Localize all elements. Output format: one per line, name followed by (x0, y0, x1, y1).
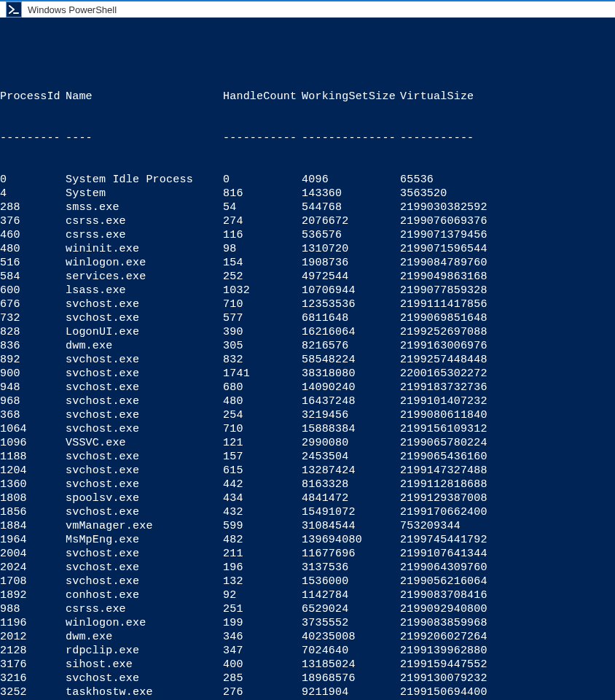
cell-virtualsize: 2199139962880 (400, 644, 512, 658)
cell-pid: 1188 (0, 450, 66, 464)
cell-virtualsize: 2199159447552 (400, 658, 512, 672)
cell-virtualsize: 2199101407232 (400, 394, 512, 408)
cell-pid: 1856 (0, 505, 66, 519)
table-row: 836dwm.exe30582165762199163006976 (0, 339, 615, 353)
cell-workingsetsize: 58548224 (302, 353, 400, 367)
cell-virtualsize: 2199129387008 (400, 491, 512, 505)
cell-pid: 584 (0, 270, 66, 284)
cell-workingsetsize: 536576 (302, 228, 400, 242)
cell-workingsetsize: 13287424 (302, 464, 400, 478)
cell-name: conhost.exe (66, 588, 223, 602)
cell-virtualsize: 2199150694400 (400, 685, 512, 699)
cell-workingsetsize: 40235008 (302, 630, 400, 644)
cell-pid: 1096 (0, 436, 66, 450)
cell-handlecount: 0 (223, 173, 302, 187)
cell-virtualsize: 2199065780224 (400, 436, 512, 450)
cell-name: svchost.exe (66, 575, 223, 588)
cell-pid: 2128 (0, 644, 66, 658)
cell-pid: 480 (0, 242, 66, 256)
cell-virtualsize: 2199745441792 (400, 533, 512, 547)
cell-pid: 892 (0, 353, 66, 367)
cell-name: lsass.exe (66, 284, 223, 298)
table-row: 1708svchost.exe13215360002199056216064 (0, 575, 615, 588)
cell-name: LogonUI.exe (66, 325, 223, 339)
table-row: 1196winlogon.exe19937355522199083859968 (0, 616, 615, 630)
cell-workingsetsize: 8163328 (302, 478, 400, 491)
table-row: 676svchost.exe710123535362199111417856 (0, 298, 615, 311)
table-row: 1204svchost.exe615132874242199147327488 (0, 464, 615, 478)
cell-handlecount: 252 (223, 270, 302, 284)
powershell-window: Windows PowerShell ProcessId Name Handle… (0, 0, 615, 700)
cell-virtualsize: 2199065436160 (400, 450, 512, 464)
cell-handlecount: 132 (223, 575, 302, 588)
header-row: ProcessId Name HandleCount WorkingSetSiz… (0, 90, 615, 104)
cell-workingsetsize: 14090240 (302, 381, 400, 394)
table-row: 828LogonUI.exe390162160642199252697088 (0, 325, 615, 339)
cell-workingsetsize: 4972544 (302, 270, 400, 284)
cell-handlecount: 251 (223, 602, 302, 616)
table-row: 3176sihost.exe400131850242199159447552 (0, 658, 615, 672)
cell-handlecount: 400 (223, 658, 302, 672)
cell-pid: 676 (0, 298, 66, 311)
cell-pid: 3216 (0, 672, 66, 685)
col-header-virtualsize: VirtualSize (400, 90, 512, 104)
cell-virtualsize: 2199056216064 (400, 575, 512, 588)
cell-pid: 4 (0, 187, 66, 201)
cell-name: svchost.exe (66, 561, 223, 575)
cell-handlecount: 432 (223, 505, 302, 519)
cell-virtualsize: 2199076069376 (400, 214, 512, 228)
cell-name: dwm.exe (66, 630, 223, 644)
cell-handlecount: 710 (223, 298, 302, 311)
cell-name: wininit.exe (66, 242, 223, 256)
table-row: 1892conhost.exe9211427842199083708416 (0, 588, 615, 602)
cell-name: svchost.exe (66, 408, 223, 422)
cell-pid: 3252 (0, 685, 66, 699)
cell-workingsetsize: 2990080 (302, 436, 400, 450)
table-row: 288smss.exe545447682199030382592 (0, 201, 615, 214)
cell-pid: 1808 (0, 491, 66, 505)
table-row: 3216svchost.exe285189685762199130079232 (0, 672, 615, 685)
cell-handlecount: 196 (223, 561, 302, 575)
col-header-workingsetsize: WorkingSetSize (302, 90, 400, 104)
cell-handlecount: 276 (223, 685, 302, 699)
cell-name: svchost.exe (66, 547, 223, 561)
cell-virtualsize: 2199147327488 (400, 464, 512, 478)
cell-workingsetsize: 143360 (302, 187, 400, 201)
cell-virtualsize: 2199111417856 (400, 298, 512, 311)
col-header-name: Name (66, 90, 223, 104)
cell-virtualsize: 2199064309760 (400, 561, 512, 575)
cell-name: rdpclip.exe (66, 644, 223, 658)
table-row: 1964MsMpEng.exe4821396940802199745441792 (0, 533, 615, 547)
cell-name: svchost.exe (66, 311, 223, 325)
table-row: 1360svchost.exe44281633282199112818688 (0, 478, 615, 491)
cell-pid: 288 (0, 201, 66, 214)
cell-pid: 1064 (0, 422, 66, 436)
cell-workingsetsize: 2076672 (302, 214, 400, 228)
table-row: 0System Idle Process0409665536 (0, 173, 615, 187)
cell-pid: 732 (0, 311, 66, 325)
cell-pid: 1892 (0, 588, 66, 602)
terminal-output[interactable]: ProcessId Name HandleCount WorkingSetSiz… (0, 18, 615, 700)
table-row: 1856svchost.exe432154910722199170662400 (0, 505, 615, 519)
table-row: 584services.exe25249725442199049863168 (0, 270, 615, 284)
cell-virtualsize: 2199107641344 (400, 547, 512, 561)
cell-pid: 836 (0, 339, 66, 353)
title-bar[interactable]: Windows PowerShell (0, 0, 615, 18)
table-row: 2128rdpclip.exe34770246402199139962880 (0, 644, 615, 658)
cell-name: sihost.exe (66, 658, 223, 672)
cell-handlecount: 346 (223, 630, 302, 644)
table-row: 968svchost.exe480164372482199101407232 (0, 394, 615, 408)
cell-handlecount: 98 (223, 242, 302, 256)
cell-handlecount: 116 (223, 228, 302, 242)
cell-name: svchost.exe (66, 394, 223, 408)
table-row: 460csrss.exe1165365762199071379456 (0, 228, 615, 242)
cell-name: svchost.exe (66, 464, 223, 478)
cell-pid: 368 (0, 408, 66, 422)
cell-handlecount: 390 (223, 325, 302, 339)
cell-name: svchost.exe (66, 505, 223, 519)
cell-pid: 2004 (0, 547, 66, 561)
cell-workingsetsize: 13185024 (302, 658, 400, 672)
cell-virtualsize: 2199071379456 (400, 228, 512, 242)
cell-name: svchost.exe (66, 422, 223, 436)
cell-workingsetsize: 6811648 (302, 311, 400, 325)
